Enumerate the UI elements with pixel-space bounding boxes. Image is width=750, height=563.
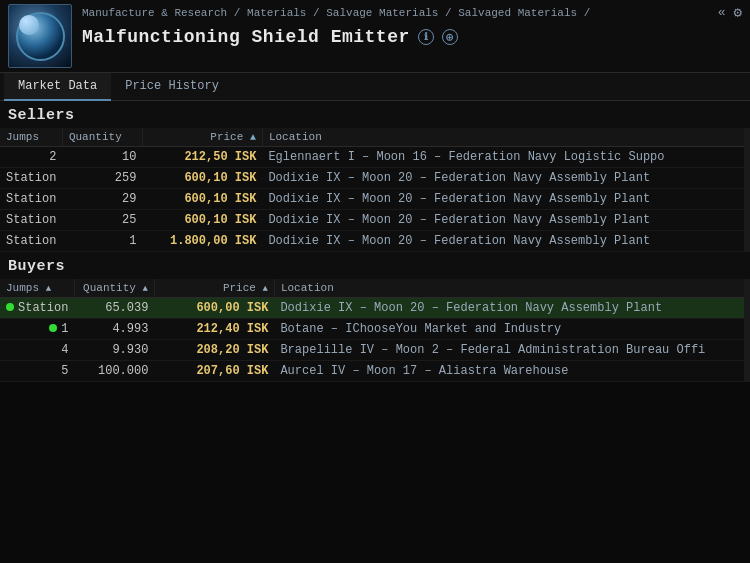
- buyer-jumps: 1: [0, 319, 74, 340]
- buyers-table-wrapper: Jumps ▲ Quantity ▲ Price ▲ Location Stat…: [0, 279, 750, 382]
- sellers-table-wrapper: Jumps Quantity Price ▲ Location 2 10 212…: [0, 128, 750, 252]
- sellers-title: Sellers: [0, 101, 750, 128]
- seller-quantity: 1: [62, 231, 142, 252]
- seller-location: Dodixie IX – Moon 20 – Federation Navy A…: [262, 168, 749, 189]
- seller-location: Dodixie IX – Moon 20 – Federation Navy A…: [262, 189, 749, 210]
- sellers-row[interactable]: Station 259 600,10 ISK Dodixie IX – Moon…: [0, 168, 750, 189]
- buyer-jumps: 5: [0, 361, 74, 382]
- buyer-quantity: 100.000: [74, 361, 154, 382]
- price-sort-icon: ▲: [250, 132, 256, 143]
- buyers-header-row: Jumps ▲ Quantity ▲ Price ▲ Location: [0, 279, 750, 298]
- seller-price: 600,10 ISK: [142, 189, 262, 210]
- breadcrumb: Manufacture & Research / Materials / Sal…: [82, 4, 742, 21]
- buyers-row[interactable]: Station 65.039 600,00 ISK Dodixie IX – M…: [0, 298, 750, 319]
- seller-location: Dodixie IX – Moon 20 – Federation Navy A…: [262, 210, 749, 231]
- buyer-location: Brapelille IV – Moon 2 – Federal Adminis…: [274, 340, 749, 361]
- qty-sort-icon: ▲: [143, 284, 148, 294]
- seller-quantity: 259: [62, 168, 142, 189]
- jumps-sort-asc-icon: ▲: [46, 284, 51, 294]
- tab-market-data[interactable]: Market Data: [4, 73, 111, 101]
- buyers-col-price[interactable]: Price ▲: [154, 279, 274, 298]
- buyers-section: Buyers Jumps ▲ Quantity ▲ Price ▲: [0, 252, 750, 382]
- sellers-row[interactable]: Station 29 600,10 ISK Dodixie IX – Moon …: [0, 189, 750, 210]
- action-icon[interactable]: ⊕: [442, 29, 458, 45]
- online-dot: [6, 303, 14, 311]
- seller-quantity: 10: [62, 147, 142, 168]
- buyer-location: Dodixie IX – Moon 20 – Federation Navy A…: [274, 298, 749, 319]
- seller-jumps: Station: [0, 168, 62, 189]
- buyer-quantity: 4.993: [74, 319, 154, 340]
- buyer-location: Botane – IChooseYou Market and Industry: [274, 319, 749, 340]
- tabs: Market Data Price History: [0, 73, 750, 101]
- seller-location: Eglennaert I – Moon 16 – Federation Navy…: [262, 147, 749, 168]
- tab-price-history[interactable]: Price History: [111, 73, 233, 101]
- buyer-price: 208,20 ISK: [154, 340, 274, 361]
- header-right: Manufacture & Research / Materials / Sal…: [82, 4, 742, 47]
- buyers-title: Buyers: [0, 252, 750, 279]
- seller-jumps: Station: [0, 210, 62, 231]
- sellers-row[interactable]: 2 10 212,50 ISK Eglennaert I – Moon 16 –…: [0, 147, 750, 168]
- buyers-scrollbar[interactable]: [744, 279, 750, 382]
- seller-jumps: Station: [0, 231, 62, 252]
- sellers-row[interactable]: Station 1 1.800,00 ISK Dodixie IX – Moon…: [0, 231, 750, 252]
- seller-price: 212,50 ISK: [142, 147, 262, 168]
- online-dot: [49, 324, 57, 332]
- seller-quantity: 25: [62, 210, 142, 231]
- buyers-row[interactable]: 4 9.930 208,20 ISK Brapelille IV – Moon …: [0, 340, 750, 361]
- buyer-jumps: Station: [0, 298, 74, 319]
- collapse-icon[interactable]: «: [718, 5, 726, 20]
- buyer-price: 600,00 ISK: [154, 298, 274, 319]
- seller-price: 1.800,00 ISK: [142, 231, 262, 252]
- buyer-jumps: 4: [0, 340, 74, 361]
- buyers-col-quantity[interactable]: Quantity ▲: [74, 279, 154, 298]
- sellers-col-price[interactable]: Price ▲: [142, 128, 262, 147]
- sellers-col-quantity[interactable]: Quantity: [62, 128, 142, 147]
- seller-jumps: 2: [0, 147, 62, 168]
- buyers-row[interactable]: 5 100.000 207,60 ISK Aurcel IV – Moon 17…: [0, 361, 750, 382]
- sellers-header-row: Jumps Quantity Price ▲ Location: [0, 128, 750, 147]
- item-icon: [8, 4, 72, 68]
- sellers-scrollbar[interactable]: [744, 128, 750, 252]
- buyer-location: Aurcel IV – Moon 17 – Aliastra Warehouse: [274, 361, 749, 382]
- buyers-col-location[interactable]: Location: [274, 279, 749, 298]
- header: Manufacture & Research / Materials / Sal…: [0, 0, 750, 73]
- sellers-row[interactable]: Station 25 600,10 ISK Dodixie IX – Moon …: [0, 210, 750, 231]
- seller-price: 600,10 ISK: [142, 168, 262, 189]
- item-title: Malfunctioning Shield Emitter ℹ ⊕: [82, 27, 742, 47]
- buyers-row[interactable]: 1 4.993 212,40 ISK Botane – IChooseYou M…: [0, 319, 750, 340]
- seller-quantity: 29: [62, 189, 142, 210]
- buyers-col-jumps[interactable]: Jumps ▲: [0, 279, 74, 298]
- settings-icon[interactable]: ⚙: [734, 4, 742, 21]
- buyer-quantity: 9.930: [74, 340, 154, 361]
- seller-location: Dodixie IX – Moon 20 – Federation Navy A…: [262, 231, 749, 252]
- buyer-quantity: 65.039: [74, 298, 154, 319]
- buyers-price-sort-icon: ▲: [263, 284, 268, 294]
- seller-jumps: Station: [0, 189, 62, 210]
- buyers-table: Jumps ▲ Quantity ▲ Price ▲ Location Stat…: [0, 279, 750, 382]
- seller-price: 600,10 ISK: [142, 210, 262, 231]
- sellers-table: Jumps Quantity Price ▲ Location 2 10 212…: [0, 128, 750, 252]
- buyer-price: 212,40 ISK: [154, 319, 274, 340]
- buyer-price: 207,60 ISK: [154, 361, 274, 382]
- info-icon[interactable]: ℹ: [418, 29, 434, 45]
- sellers-section: Sellers Jumps Quantity Price ▲ Location …: [0, 101, 750, 252]
- sellers-col-location[interactable]: Location: [262, 128, 749, 147]
- sellers-col-jumps[interactable]: Jumps: [0, 128, 62, 147]
- breadcrumb-icons: « ⚙: [718, 4, 742, 21]
